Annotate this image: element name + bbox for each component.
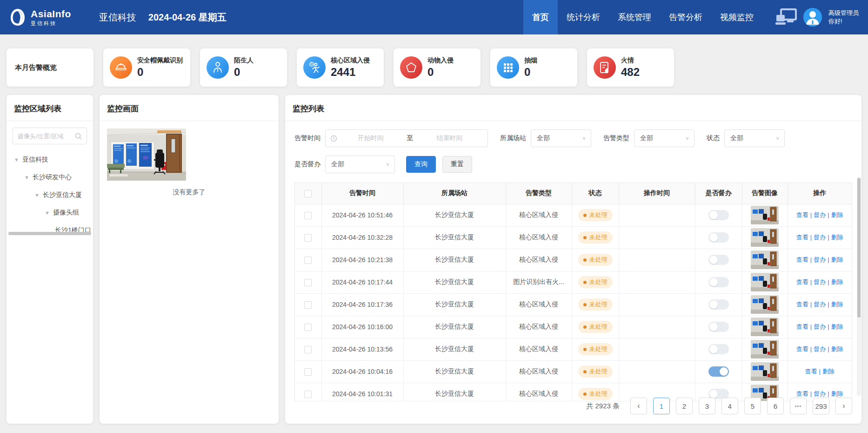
- row-checkbox[interactable]: [304, 279, 312, 286]
- row-checkbox[interactable]: [304, 257, 312, 264]
- action-link-1[interactable]: 督办: [814, 234, 826, 241]
- supervise-toggle[interactable]: [708, 322, 729, 332]
- page-ellipsis[interactable]: •••: [790, 398, 807, 414]
- action-link-1[interactable]: 督办: [814, 323, 826, 330]
- nav-item-1[interactable]: 统计分析: [558, 0, 609, 34]
- status-select[interactable]: 全部 ∨: [724, 129, 785, 147]
- supervise-toggle[interactable]: [708, 344, 729, 354]
- supervise-toggle[interactable]: [708, 210, 729, 220]
- tree-expand-icon[interactable]: ▼: [24, 175, 29, 180]
- tree-node-4[interactable]: 长沙1楼门口: [7, 222, 93, 239]
- reset-button[interactable]: 重置: [442, 156, 472, 173]
- page-button-6[interactable]: 6: [767, 398, 784, 414]
- tree-node-1[interactable]: ▼长沙研发中心: [7, 169, 93, 186]
- action-link-0[interactable]: 查看: [796, 256, 808, 263]
- action-link-0[interactable]: 查看: [796, 301, 808, 308]
- alert-thumbnail[interactable]: [751, 340, 779, 359]
- action-link-2[interactable]: 删除: [831, 390, 843, 397]
- alert-type-select[interactable]: 全部 ∨: [634, 129, 694, 147]
- alert-thumbnail[interactable]: [751, 318, 779, 336]
- next-page-button[interactable]: ›: [835, 398, 852, 414]
- alert-type-cell: 核心区域入侵: [506, 249, 572, 271]
- row-checkbox[interactable]: [304, 368, 312, 376]
- tree-expand-icon[interactable]: ▼: [14, 157, 19, 162]
- row-checkbox[interactable]: [304, 324, 312, 331]
- page-button-5[interactable]: 5: [744, 398, 761, 414]
- nav-item-2[interactable]: 系统管理: [609, 0, 660, 34]
- tree-expand-icon[interactable]: ▼: [45, 210, 50, 216]
- action-link-0[interactable]: 查看: [805, 368, 817, 375]
- action-link-2[interactable]: 删除: [831, 211, 843, 218]
- row-checkbox[interactable]: [304, 391, 312, 398]
- stat-card-3: 动物入侵0: [394, 48, 481, 87]
- action-link-0[interactable]: 查看: [796, 234, 808, 241]
- action-link-2[interactable]: 删除: [831, 301, 843, 308]
- tree-node-2[interactable]: ▼长沙亚信大厦: [7, 186, 93, 204]
- action-link-2[interactable]: 删除: [831, 323, 843, 330]
- action-link-1[interactable]: 督办: [814, 211, 826, 218]
- supervise-toggle[interactable]: [708, 299, 729, 310]
- table-row: 2024-04-26 10:17:44长沙亚信大厦图片识别出有火...未处理查看…: [295, 271, 852, 293]
- page-button-2[interactable]: 2: [676, 398, 693, 414]
- row-checkbox[interactable]: [304, 234, 312, 242]
- row-checkbox[interactable]: [304, 346, 312, 353]
- alert-image-cell: [742, 360, 788, 383]
- supervise-toggle[interactable]: [708, 232, 729, 243]
- action-link-0[interactable]: 查看: [796, 390, 808, 397]
- action-link-0[interactable]: 查看: [796, 278, 808, 285]
- search-button[interactable]: 查询: [406, 156, 436, 173]
- devices-icon[interactable]: [775, 8, 797, 26]
- user-avatar[interactable]: [803, 8, 822, 27]
- camera-frame-image[interactable]: [107, 129, 186, 181]
- camera-search-input[interactable]: [18, 133, 75, 140]
- action-link-1[interactable]: 督办: [814, 278, 826, 285]
- page-button-3[interactable]: 3: [699, 398, 715, 414]
- date-range-picker[interactable]: 开始时间 至 结束时间: [325, 129, 488, 147]
- action-link-2[interactable]: 删除: [831, 234, 843, 241]
- end-time-placeholder[interactable]: 结束时间: [416, 134, 483, 142]
- action-link-0[interactable]: 查看: [796, 211, 808, 218]
- action-link-2[interactable]: 删除: [831, 345, 843, 352]
- supervise-toggle[interactable]: [708, 366, 729, 377]
- action-link-1[interactable]: 督办: [814, 256, 826, 263]
- action-link-1[interactable]: 督办: [814, 390, 826, 397]
- nav-item-0[interactable]: 首页: [523, 0, 558, 34]
- alert-thumbnail[interactable]: [751, 273, 779, 291]
- nav-item-4[interactable]: 视频监控: [711, 0, 762, 34]
- row-checkbox[interactable]: [304, 212, 312, 219]
- nav-item-3[interactable]: 告警分析: [660, 0, 711, 34]
- alert-thumbnail[interactable]: [751, 206, 779, 224]
- tree-node-0[interactable]: ▼亚信科技: [7, 151, 93, 169]
- alert-thumbnail[interactable]: [751, 295, 779, 314]
- tree-horizontal-scrollbar[interactable]: [8, 232, 91, 235]
- action-link-0[interactable]: 查看: [796, 345, 808, 352]
- action-link-0[interactable]: 查看: [796, 323, 808, 330]
- action-link-2[interactable]: 删除: [831, 278, 843, 285]
- action-link-1[interactable]: 删除: [822, 368, 835, 375]
- alert-thumbnail[interactable]: [751, 362, 779, 381]
- action-link-1[interactable]: 督办: [814, 301, 826, 308]
- alert-time-cell: 2024-04-26 10:51:46: [321, 204, 403, 226]
- start-time-placeholder[interactable]: 开始时间: [337, 134, 404, 142]
- table-vertical-scrollbar[interactable]: [857, 177, 861, 396]
- action-link-2[interactable]: 删除: [831, 256, 843, 263]
- alert-thumbnail[interactable]: [751, 250, 779, 269]
- fire-icon: [594, 56, 616, 79]
- action-link-1[interactable]: 督办: [814, 345, 826, 352]
- tree-expand-icon[interactable]: ▼: [34, 192, 40, 198]
- alert-type-label: 告警类型: [603, 134, 629, 142]
- prev-page-button[interactable]: ‹: [630, 398, 647, 414]
- supervise-toggle[interactable]: [708, 255, 729, 265]
- page-button-293[interactable]: 293: [813, 398, 829, 414]
- page-button-1[interactable]: 1: [653, 398, 670, 414]
- supervise-select[interactable]: 全部 ∨: [325, 156, 395, 173]
- row-checkbox[interactable]: [304, 301, 312, 309]
- tree-node-3[interactable]: ▼摄像头组: [7, 204, 93, 222]
- station-select[interactable]: 全部 ∨: [531, 129, 591, 147]
- supervise-toggle[interactable]: [708, 277, 729, 287]
- search-icon[interactable]: [75, 133, 82, 140]
- page-button-4[interactable]: 4: [721, 398, 738, 414]
- alert-type-cell: 核心区域入侵: [506, 204, 572, 226]
- select-all-checkbox[interactable]: [304, 190, 312, 197]
- alert-thumbnail[interactable]: [751, 228, 779, 247]
